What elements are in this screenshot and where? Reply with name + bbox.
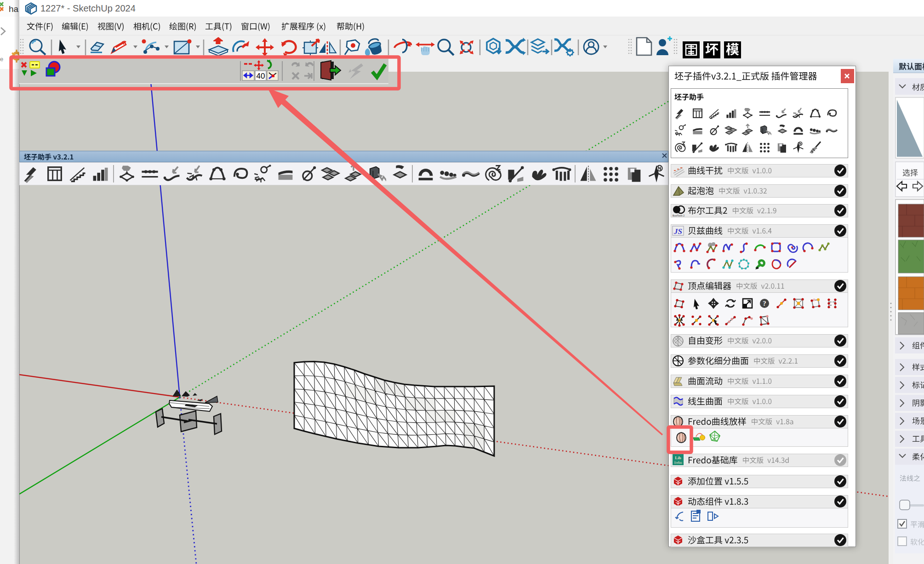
svg-text:Lib: Lib [675, 456, 681, 460]
svg-text:?: ? [763, 300, 766, 307]
svg-text:BoolTools 2: BoolTools 2 [673, 214, 684, 217]
svg-text:JS: JS [673, 227, 682, 236]
svg-text:frebo: frebo [674, 461, 682, 465]
